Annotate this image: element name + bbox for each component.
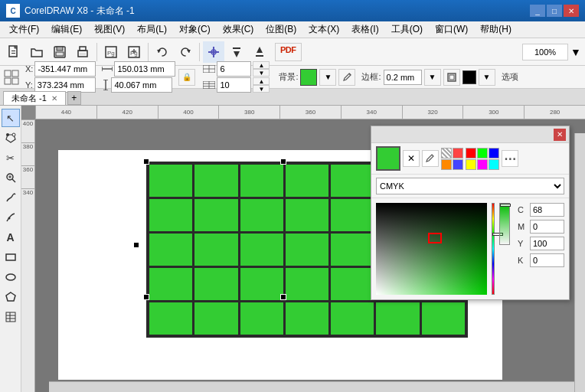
menu-layout[interactable]: 布局(L) (131, 21, 173, 38)
pdf-button[interactable]: PDF (275, 43, 302, 61)
swatch-blue[interactable] (453, 159, 463, 170)
undo-button[interactable] (152, 41, 173, 63)
tool-pen[interactable] (2, 208, 20, 227)
lock-proportions[interactable]: 🔒 (178, 69, 195, 86)
grid-rows-input[interactable] (217, 77, 251, 93)
menu-edit[interactable]: 编辑(E) (45, 21, 88, 38)
handle-bl[interactable] (143, 294, 149, 300)
tool-zoom[interactable] (2, 168, 20, 187)
swatch-y[interactable] (466, 159, 476, 170)
m-input[interactable] (530, 220, 564, 234)
handle-tl[interactable] (143, 158, 149, 165)
open-button[interactable] (26, 41, 47, 63)
hue-slider[interactable] (492, 203, 495, 295)
zoom-input[interactable] (522, 44, 568, 60)
h-input[interactable] (111, 77, 172, 93)
print-button[interactable] (72, 41, 93, 63)
swatch-red[interactable] (453, 148, 463, 158)
stroke-dropdown[interactable]: ▼ (424, 69, 441, 86)
swatch-m[interactable] (477, 159, 488, 170)
eyedropper-icon[interactable] (422, 150, 439, 167)
handle-ml[interactable] (133, 242, 139, 248)
tool-select[interactable]: ↖ (2, 109, 20, 127)
pdf-label[interactable]: PDF (275, 43, 302, 61)
rows-up[interactable]: ▲ (253, 77, 270, 85)
menu-window[interactable]: 窗口(W) (429, 21, 474, 38)
tool-crop[interactable]: ✂ (2, 149, 20, 167)
tool-shape[interactable] (2, 129, 20, 147)
menu-effects[interactable]: 效果(C) (217, 21, 260, 38)
no-fill-icon[interactable]: ✕ (403, 150, 420, 167)
grid-cols-input[interactable] (217, 61, 251, 77)
close-color-panel[interactable]: ✕ (554, 129, 566, 141)
k-input[interactable] (530, 253, 564, 267)
swatch-orange[interactable] (441, 159, 452, 170)
zoom-dropdown[interactable]: ▼ (570, 41, 582, 63)
menu-table[interactable]: 表格(I) (345, 21, 384, 38)
w-input[interactable] (114, 61, 175, 77)
x-input[interactable] (34, 61, 96, 77)
import-button[interactable]: Pg (100, 41, 122, 63)
swatch-pattern1[interactable] (441, 148, 452, 158)
menu-file[interactable]: 文件(F) (3, 21, 45, 38)
align-up-button[interactable] (249, 41, 270, 63)
stroke-input[interactable] (384, 70, 422, 85)
stroke-color-dropdown[interactable]: ▼ (479, 69, 495, 86)
grid-cell (331, 199, 374, 231)
fill-eyedropper[interactable] (338, 69, 355, 86)
tab-unnamed[interactable]: 未命名 -1 ✕ (3, 91, 66, 105)
menu-view[interactable]: 视图(V) (88, 21, 131, 38)
y-input[interactable] (530, 237, 564, 250)
menu-help[interactable]: 帮助(H) (474, 21, 518, 38)
export-button[interactable]: Pg (123, 41, 145, 63)
opacity-slider[interactable] (499, 203, 510, 245)
rows-down[interactable]: ▼ (253, 85, 270, 93)
tab-close[interactable]: ✕ (51, 94, 57, 103)
scrollbar-bottom[interactable] (49, 381, 574, 392)
swatch-b[interactable] (489, 148, 499, 158)
ruler-v-mark: 380 (21, 142, 34, 165)
swatch-r[interactable] (466, 148, 476, 158)
stroke-align[interactable] (443, 69, 460, 86)
new-button[interactable] (3, 41, 25, 63)
opacity-cursor (500, 204, 511, 207)
color-model-select[interactable]: CMYK RGB HSB Lab (376, 178, 564, 194)
tool-table[interactable] (2, 308, 20, 326)
menu-object[interactable]: 对象(C) (173, 21, 217, 38)
align-down-button[interactable] (226, 41, 247, 63)
c-input[interactable] (530, 203, 564, 217)
swatch-g[interactable] (477, 148, 488, 158)
menu-tools[interactable]: 工具(O) (385, 21, 429, 38)
separator (96, 43, 97, 61)
tool-rectangle[interactable] (2, 248, 20, 266)
handle-tm[interactable] (280, 158, 286, 165)
more-swatches-icon[interactable]: ⋯ (502, 150, 518, 167)
minimize-button[interactable]: _ (530, 5, 545, 17)
color-picker-box[interactable] (376, 203, 487, 295)
handle-bm[interactable] (280, 294, 286, 300)
grid-cell (240, 268, 283, 300)
cols-down[interactable]: ▼ (253, 69, 270, 77)
y-input[interactable] (34, 77, 96, 93)
tool-freehand[interactable] (2, 188, 20, 207)
swatch-c[interactable] (489, 159, 499, 170)
snap-button[interactable] (203, 41, 224, 63)
maximize-button[interactable]: □ (547, 5, 562, 17)
redo-button[interactable] (175, 41, 196, 63)
tool-polygon[interactable] (2, 288, 20, 306)
fill-dropdown[interactable]: ▼ (319, 69, 336, 86)
main-color-swatch[interactable] (376, 146, 400, 171)
new-tab-button[interactable]: + (67, 91, 81, 105)
drawing-canvas[interactable]: ✕ ✕ (35, 119, 585, 392)
fill-swatch[interactable] (300, 69, 317, 86)
tool-ellipse[interactable] (2, 268, 20, 286)
menu-text[interactable]: 文本(X) (302, 21, 345, 38)
tool-text[interactable]: A (2, 228, 20, 247)
cols-up[interactable]: ▲ (253, 61, 270, 69)
save-button[interactable] (49, 41, 70, 63)
scrollbar-right[interactable] (574, 133, 585, 392)
menu-bitmap[interactable]: 位图(B) (260, 21, 302, 38)
stroke-color-swatch[interactable] (462, 70, 476, 84)
options-label[interactable]: 选项 (502, 71, 518, 83)
close-button[interactable]: ✕ (564, 5, 579, 17)
